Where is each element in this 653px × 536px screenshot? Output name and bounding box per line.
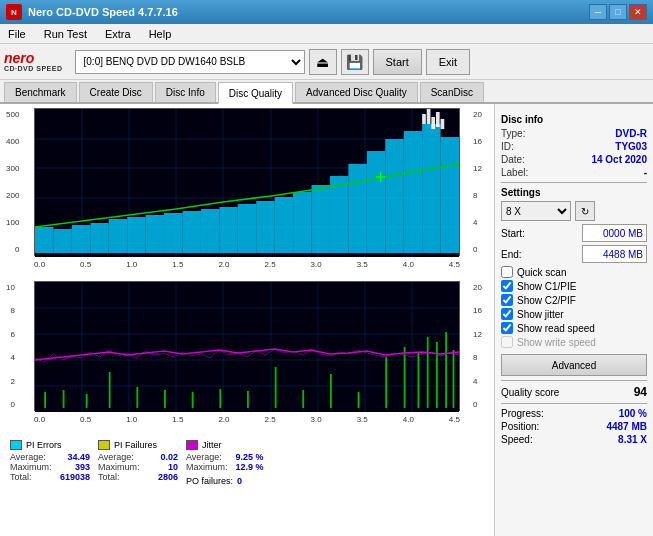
svg-rect-67 [330,374,332,408]
show-c2-label: Show C2/PIF [517,295,576,306]
svg-rect-35 [441,137,459,253]
jitter-stats: Jitter Average: 9.25 % Maximum: 12.9 % P… [186,440,264,486]
pi-errors-stats: PI Errors Average: 34.49 Maximum: 393 To… [10,440,90,486]
maximize-button[interactable]: □ [609,4,627,20]
show-write-speed-checkbox [501,336,513,348]
svg-rect-59 [109,372,111,408]
svg-rect-63 [219,389,221,408]
svg-rect-30 [348,164,366,253]
titlebar: N Nero CD-DVD Speed 4.7.7.16 ─ □ ✕ [0,0,653,24]
end-label: End: [501,249,522,260]
quick-scan-checkbox[interactable] [501,266,513,278]
disc-label-label: Label: [501,167,528,178]
svg-rect-32 [385,139,403,253]
tab-advanced-disc-quality[interactable]: Advanced Disc Quality [295,82,418,102]
tab-create-disc[interactable]: Create Disc [79,82,153,102]
svg-rect-15 [72,225,90,253]
menu-help[interactable]: Help [145,27,176,41]
start-row: Start: [501,224,647,242]
disc-type-row: Type: DVD-R [501,128,647,139]
svg-rect-27 [293,192,311,253]
disc-info-title: Disc info [501,114,647,125]
show-c1-label: Show C1/PIE [517,281,576,292]
svg-rect-22 [201,209,219,253]
show-jitter-row: Show jitter [501,308,647,320]
show-read-speed-checkbox[interactable] [501,322,513,334]
show-c2-checkbox[interactable] [501,294,513,306]
exit-button[interactable]: Exit [426,49,470,75]
svg-rect-24 [238,204,256,253]
date-value: 14 Oct 2020 [591,154,647,165]
progress-label: Progress: [501,408,544,419]
top-y-axis-right: 20 16 12 8 4 0 [473,108,482,256]
svg-rect-40 [441,119,445,129]
toolbar: nero CD·DVD SPEED [0:0] BENQ DVD DD DW16… [0,44,653,80]
type-value: DVD-R [615,128,647,139]
save-button[interactable]: 💾 [341,49,369,75]
svg-rect-75 [453,350,455,408]
start-input[interactable] [582,224,647,242]
titlebar-left: N Nero CD-DVD Speed 4.7.7.16 [6,4,178,20]
progress-value: 100 % [619,408,647,419]
quality-score-value: 94 [634,385,647,399]
svg-rect-72 [427,337,429,408]
position-label: Position: [501,421,539,432]
svg-rect-37 [427,109,431,124]
svg-rect-69 [385,357,387,408]
tab-scan-disc[interactable]: ScanDisc [420,82,484,102]
app-icon: N [6,4,22,20]
type-label: Type: [501,128,525,139]
speed-value: 8.31 X [618,434,647,445]
pi-errors-label: PI Errors [26,440,62,450]
bottom-chart [34,281,460,411]
tabbar: Benchmark Create Disc Disc Info Disc Qua… [0,80,653,104]
tab-benchmark[interactable]: Benchmark [4,82,77,102]
svg-rect-34 [422,124,440,253]
menu-file[interactable]: File [4,27,30,41]
advanced-button[interactable]: Advanced [501,354,647,376]
show-c1-checkbox[interactable] [501,280,513,292]
svg-rect-58 [86,394,88,408]
disc-label-value: - [644,167,647,178]
top-x-axis: 0.00.51.01.52.02.53.03.54.04.5 [34,259,460,269]
progress-row: Progress: 100 % [501,408,647,419]
end-row: End: [501,245,647,263]
svg-rect-18 [127,217,145,253]
speed-row-progress: Speed: 8.31 X [501,434,647,445]
id-value: TYG03 [615,141,647,152]
svg-rect-36 [422,114,426,124]
svg-rect-74 [445,332,447,408]
minimize-button[interactable]: ─ [589,4,607,20]
top-y-axis-left: 500 400 300 200 100 0 [6,108,19,256]
speed-select[interactable]: 8 X Max 2 X 4 X 16 X [501,201,571,221]
svg-rect-70 [404,347,406,408]
position-value: 4487 MB [606,421,647,432]
start-label: Start: [501,228,525,239]
pi-failures-color [98,440,110,450]
tab-disc-info[interactable]: Disc Info [155,82,216,102]
drive-select[interactable]: [0:0] BENQ DVD DD DW1640 BSLB [75,50,305,74]
show-c2-row: Show C2/PIF [501,294,647,306]
titlebar-controls: ─ □ ✕ [589,4,647,20]
disc-id-row: ID: TYG03 [501,141,647,152]
bottom-y-axis-left: 10 8 6 4 2 0 [6,281,15,411]
window-title: Nero CD-DVD Speed 4.7.7.16 [28,6,178,18]
svg-rect-56 [44,392,46,408]
start-button[interactable]: Start [373,49,422,75]
eject-button[interactable]: ⏏ [309,49,337,75]
svg-rect-66 [302,390,304,408]
svg-rect-73 [436,342,438,408]
bottom-x-axis: 0.00.51.01.52.02.53.03.54.04.5 [34,414,460,424]
svg-rect-14 [53,229,71,253]
tab-disc-quality[interactable]: Disc Quality [218,82,293,104]
menu-extra[interactable]: Extra [101,27,135,41]
show-jitter-checkbox[interactable] [501,308,513,320]
show-jitter-label: Show jitter [517,309,564,320]
refresh-button[interactable]: ↻ [575,201,595,221]
date-label: Date: [501,154,525,165]
end-input[interactable] [582,245,647,263]
menu-run-test[interactable]: Run Test [40,27,91,41]
svg-rect-60 [136,387,138,408]
bottom-y-axis-right: 20 16 12 8 4 0 [473,281,482,411]
close-button[interactable]: ✕ [629,4,647,20]
